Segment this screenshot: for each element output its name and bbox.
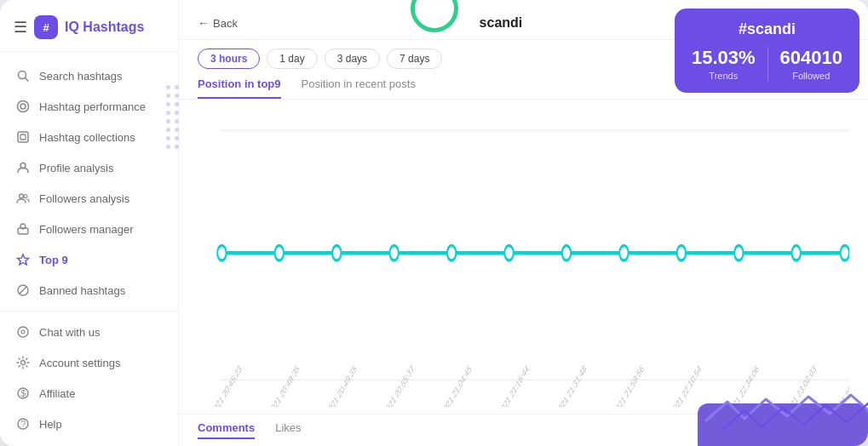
svg-text:?: ? bbox=[21, 420, 26, 429]
svg-point-36 bbox=[677, 245, 686, 260]
sidebar-item-label: Chat with us bbox=[39, 326, 101, 339]
settings-icon bbox=[15, 355, 31, 370]
tab-likes[interactable]: Likes bbox=[275, 421, 301, 439]
sidebar-item-account-settings[interactable]: Account settings bbox=[0, 347, 178, 378]
svg-point-28 bbox=[217, 245, 226, 260]
svg-line-1 bbox=[26, 78, 29, 82]
svg-text:17-02-2021 23:02:03: 17-02-2021 23:02:03 bbox=[772, 363, 817, 407]
followed-label: Followed bbox=[780, 71, 842, 81]
svg-text:17-02-2021 22:10:54: 17-02-2021 22:10:54 bbox=[657, 363, 702, 407]
svg-point-7 bbox=[20, 194, 24, 198]
chart-svg: 11 10 9 Rank bbox=[213, 108, 849, 407]
chart-icon bbox=[15, 99, 31, 114]
sidebar-item-followers-manager[interactable]: Followers manager bbox=[0, 214, 178, 244]
profile-icon bbox=[15, 160, 31, 175]
sidebar-nav: Search hashtags Hashtag performance bbox=[0, 52, 178, 446]
svg-point-2 bbox=[18, 101, 29, 112]
sidebar-item-top9[interactable]: Top 9 bbox=[0, 244, 178, 275]
app-title: IQ Hashtags bbox=[65, 20, 144, 35]
star-icon bbox=[15, 252, 31, 267]
sidebar-item-followers-analysis[interactable]: Followers analysis bbox=[0, 183, 178, 214]
svg-point-33 bbox=[504, 245, 513, 260]
trends-label: Trends bbox=[692, 71, 756, 81]
sidebar-item-search-hashtags[interactable]: Search hashtags bbox=[0, 60, 178, 91]
sidebar-item-label: Top 9 bbox=[39, 254, 68, 266]
svg-text:17-02-2021 21:31:48: 17-02-2021 21:31:48 bbox=[543, 363, 588, 407]
sidebar-item-hashtag-collections[interactable]: Hashtag collections bbox=[0, 122, 178, 152]
logo-icon: # bbox=[34, 15, 58, 39]
svg-point-8 bbox=[24, 195, 27, 198]
svg-line-13 bbox=[20, 287, 27, 294]
svg-rect-4 bbox=[18, 132, 28, 142]
sidebar-item-label: Followers manager bbox=[39, 223, 134, 236]
sidebar-item-label: Account settings bbox=[39, 357, 120, 369]
time-filter-1day[interactable]: 1 day bbox=[267, 49, 317, 69]
sidebar-item-label: Search hashtags bbox=[39, 70, 123, 83]
sidebar-item-label: Hashtag performance bbox=[39, 100, 146, 113]
sidebar-item-chat[interactable]: Chat with us bbox=[0, 317, 178, 347]
back-button[interactable]: ← Back bbox=[198, 16, 238, 30]
bottom-tabs: Comments Likes bbox=[179, 414, 868, 446]
manager-icon bbox=[15, 221, 31, 237]
svg-text:17-02-2021 21:59:56: 17-02-2021 21:59:56 bbox=[600, 363, 645, 407]
search-icon bbox=[15, 68, 31, 83]
svg-point-29 bbox=[275, 245, 284, 260]
sidebar-item-profile-analysis[interactable]: Profile analysis bbox=[0, 152, 178, 183]
banned-icon bbox=[15, 283, 31, 298]
svg-point-37 bbox=[734, 245, 743, 260]
time-filter-3hours[interactable]: 3 hours bbox=[198, 49, 260, 69]
svg-text:17-02-2021 22:34:06: 17-02-2021 22:34:06 bbox=[715, 363, 760, 407]
sidebar-item-label: Banned hashtags bbox=[39, 284, 125, 297]
svg-point-31 bbox=[390, 245, 399, 260]
trends-stat: 15.03% Trends bbox=[692, 47, 768, 81]
svg-point-38 bbox=[792, 245, 801, 260]
sidebar-item-banned-hashtags[interactable]: Banned hashtags bbox=[0, 275, 178, 306]
sidebar-item-hashtag-performance[interactable]: Hashtag performance bbox=[0, 91, 178, 122]
sidebar-divider bbox=[0, 311, 178, 312]
collection-icon bbox=[15, 129, 31, 145]
svg-point-14 bbox=[18, 327, 28, 337]
svg-point-34 bbox=[562, 245, 571, 260]
help-icon: ? bbox=[15, 416, 31, 432]
svg-text:17-02-2021 20:45:23: 17-02-2021 20:45:23 bbox=[213, 363, 243, 407]
svg-text:17-02-2021 20:49:35: 17-02-2021 20:49:35 bbox=[313, 363, 358, 407]
svg-text:17-02-2021 20:55:37: 17-02-2021 20:55:37 bbox=[370, 363, 415, 407]
trends-value: 15.03% bbox=[692, 47, 756, 69]
svg-point-6 bbox=[20, 163, 26, 169]
time-filter-7days[interactable]: 7 days bbox=[387, 49, 442, 69]
svg-text:17-02-2021 21:04:45: 17-02-2021 21:04:45 bbox=[428, 363, 473, 407]
tab-position-in-recent-posts[interactable]: Position in recent posts bbox=[302, 77, 416, 99]
svg-point-16 bbox=[21, 361, 26, 365]
sidebar-item-label: Followers analysis bbox=[39, 192, 129, 205]
sidebar-item-affiliate[interactable]: $ Affiliate bbox=[0, 378, 178, 409]
followed-stat: 604010 Followed bbox=[780, 47, 842, 81]
svg-point-32 bbox=[447, 245, 456, 260]
followers-icon bbox=[15, 191, 31, 206]
time-filter-3days[interactable]: 3 days bbox=[325, 49, 380, 69]
svg-point-15 bbox=[21, 330, 25, 334]
svg-rect-5 bbox=[20, 134, 26, 140]
sidebar-item-label: Hashtag collections bbox=[39, 131, 135, 144]
svg-point-30 bbox=[332, 245, 341, 260]
hamburger-icon[interactable]: ☰ bbox=[14, 18, 27, 37]
back-label: Back bbox=[213, 17, 238, 30]
sidebar-item-label: Profile analysis bbox=[39, 162, 113, 174]
dollar-icon: $ bbox=[15, 386, 31, 401]
main-content: #scandi 15.03% Trends 604010 Followed ← … bbox=[179, 0, 868, 446]
chart-area: 11 10 9 Rank bbox=[179, 100, 868, 414]
chat-icon bbox=[15, 324, 31, 340]
svg-marker-11 bbox=[18, 254, 29, 265]
svg-point-35 bbox=[619, 245, 628, 260]
sidebar-header: ☰ # IQ Hashtags bbox=[0, 0, 178, 52]
tab-position-in-top9[interactable]: Position in top9 bbox=[198, 77, 281, 99]
svg-point-39 bbox=[841, 245, 849, 260]
svg-point-3 bbox=[20, 104, 26, 109]
sidebar-item-help[interactable]: ? Help bbox=[0, 409, 178, 439]
svg-text:17-02-2021 21:16:44: 17-02-2021 21:16:44 bbox=[485, 363, 530, 407]
card-hashtag: #scandi bbox=[692, 20, 842, 38]
sidebar-item-label: Affiliate bbox=[39, 387, 75, 400]
tab-comments[interactable]: Comments bbox=[198, 421, 255, 439]
svg-text:17-02-2021 20:49:35: 17-02-2021 20:49:35 bbox=[255, 363, 300, 407]
followed-value: 604010 bbox=[780, 47, 842, 69]
sidebar: ☰ # IQ Hashtags Search hashtags bbox=[0, 0, 179, 446]
